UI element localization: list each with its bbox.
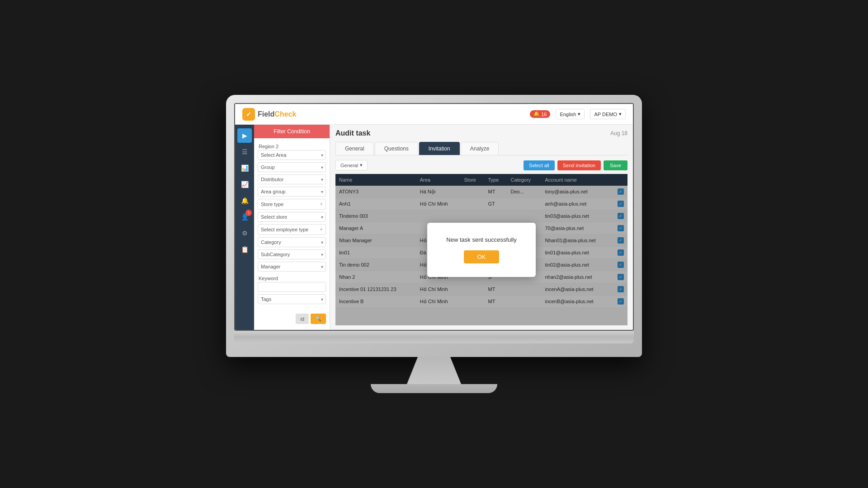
select-store[interactable]: Select store — [258, 212, 326, 222]
sidebar: ▶ ☰ 📊 📈 🔔 👤 ! ⚙ 📋 — [235, 125, 254, 330]
sidebar-item-settings[interactable]: ⚙ — [237, 226, 252, 240]
notification-count: 16 — [541, 112, 547, 117]
brand-name: FieldCheck — [258, 110, 296, 118]
sidebar-item-analytics[interactable]: 📈 — [237, 177, 252, 192]
manager-select[interactable]: Manager — [258, 262, 326, 272]
language-label: English — [560, 112, 576, 117]
sidebar-item-notifications[interactable]: 🔔 — [237, 193, 252, 208]
filter-header: Filter Condition — [254, 125, 330, 138]
modal-message: New task sent successfully — [445, 236, 518, 243]
subcategory-select[interactable]: SubCategory — [258, 249, 326, 259]
page-date: Aug 18 — [610, 130, 627, 136]
tab-invitation[interactable]: Invitation — [419, 142, 460, 155]
keyword-input[interactable] — [258, 282, 326, 292]
chevron-down-icon: ▾ — [619, 111, 622, 117]
brand-icon: ✓ — [242, 108, 255, 121]
filter-search-button[interactable]: 🔍 — [311, 314, 326, 324]
sidebar-item-list[interactable]: ☰ — [237, 145, 252, 159]
page-title: Audit task — [335, 129, 370, 137]
area-select[interactable]: Select Area — [258, 150, 326, 160]
toolbar-left: General ▾ — [335, 160, 368, 170]
sidebar-item-charts[interactable]: 📊 — [237, 161, 252, 175]
select-store-wrap: Select store — [258, 212, 326, 222]
content-area: Audit task Aug 18 General Questions Invi… — [330, 125, 633, 330]
navbar-right: 🔔 16 English ▾ AP DEMO ▾ — [530, 109, 626, 119]
store-type-add-icon[interactable]: + — [320, 201, 323, 207]
tabs-row: General Questions Invitation Analyze — [335, 142, 627, 155]
tab-general[interactable]: General — [335, 142, 374, 155]
category-select[interactable]: Category — [258, 237, 326, 247]
send-invitation-button[interactable]: Send invitation — [557, 160, 601, 170]
subcategory-select-wrap: SubCategory — [258, 249, 326, 259]
user-menu-button[interactable]: AP DEMO ▾ — [590, 109, 626, 119]
region-label: Region 2 — [258, 142, 326, 150]
filter-title: Filter Condition — [274, 128, 310, 135]
monitor-stand-base — [371, 384, 497, 393]
filter-body: Region 2 Select Area Group — [254, 138, 330, 310]
navbar: ✓ FieldCheck 🔔 16 English ▾ — [235, 104, 633, 125]
area-select-wrap: Select Area — [258, 150, 326, 160]
content-header: Audit task Aug 18 — [335, 129, 627, 137]
filter-panel: Filter Condition Region 2 Select Area — [254, 125, 330, 330]
category-select-wrap: Category — [258, 237, 326, 247]
modal-overlay: New task sent successfully OK — [335, 174, 627, 325]
toolbar-row: General ▾ Select all Send invitation Sav… — [335, 160, 627, 170]
employee-type-add-icon[interactable]: + — [320, 226, 323, 233]
view-option-dropdown[interactable]: General ▾ — [335, 160, 368, 170]
select-all-button[interactable]: Select all — [524, 160, 555, 170]
area-group-select[interactable]: Area group — [258, 187, 326, 197]
store-type-row: Store type + — [258, 199, 326, 210]
employee-type-row: Select employee type + — [258, 224, 326, 235]
group-select[interactable]: Group — [258, 162, 326, 172]
tab-questions[interactable]: Questions — [375, 142, 418, 155]
tags-select[interactable]: Tags — [258, 294, 326, 304]
chevron-down-icon: ▾ — [360, 162, 363, 168]
manager-select-wrap: Manager — [258, 262, 326, 272]
brand: ✓ FieldCheck — [242, 108, 296, 121]
monitor-stand-neck — [407, 357, 461, 384]
save-button[interactable]: Save — [604, 160, 627, 170]
main-layout: ▶ ☰ 📊 📈 🔔 👤 ! ⚙ 📋 — [235, 125, 633, 330]
chevron-down-icon: ▾ — [578, 111, 580, 117]
modal-box: New task sent successfully OK — [427, 223, 536, 277]
sidebar-item-home[interactable]: ▶ — [237, 128, 252, 143]
distributor-select-wrap: Distributor — [258, 174, 326, 184]
monitor-chin — [234, 331, 634, 343]
bell-icon: 🔔 — [533, 111, 540, 117]
toolbar-right: Select all Send invitation Save — [524, 160, 627, 170]
user-badge: ! — [245, 210, 252, 216]
filter-clear-button[interactable]: id — [296, 314, 309, 324]
employee-type-label: Select employee type — [261, 227, 308, 232]
area-group-select-wrap: Area group — [258, 187, 326, 197]
store-type-label: Store type — [261, 202, 283, 207]
modal-ok-button[interactable]: OK — [464, 250, 500, 263]
distributor-select[interactable]: Distributor — [258, 174, 326, 184]
tab-analyze[interactable]: Analyze — [461, 142, 499, 155]
table-container: Name Area Store Type Category Account na… — [335, 174, 627, 325]
notification-badge[interactable]: 🔔 16 — [530, 110, 550, 118]
group-select-wrap: Group — [258, 162, 326, 172]
filter-actions: id 🔍 — [254, 310, 330, 328]
view-option-label: General — [340, 163, 358, 168]
sidebar-item-docs[interactable]: 📋 — [237, 242, 252, 257]
tags-select-wrap: Tags — [258, 294, 326, 304]
sidebar-item-users[interactable]: 👤 ! — [237, 210, 252, 224]
language-button[interactable]: English ▾ — [556, 109, 585, 119]
keyword-label: Keyword — [258, 274, 326, 282]
user-label: AP DEMO — [594, 112, 617, 117]
